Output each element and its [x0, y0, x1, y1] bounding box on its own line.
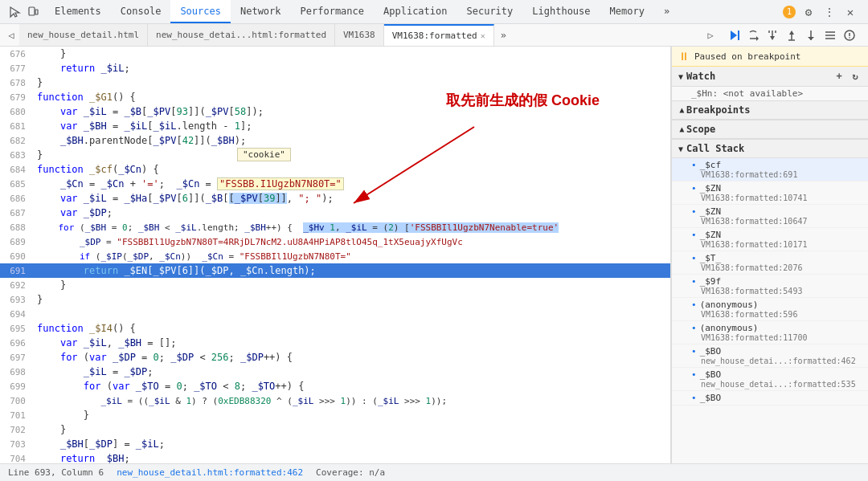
tab-elements[interactable]: Elements [45, 0, 111, 23]
watch-actions: + ↻ [833, 70, 862, 83]
topbar-right: 1 ⚙ ⋮ ✕ [776, 4, 865, 20]
breakpoints-header[interactable]: ▶ Breakpoints [672, 101, 868, 120]
svg-marker-11 [789, 31, 794, 35]
table-row: 677 return _$iL; [0, 61, 670, 75]
call-stack-item[interactable]: _$BO new_house_detai...:formatted:535 [672, 368, 868, 391]
table-row: 676 } [0, 47, 670, 61]
call-stack-item[interactable]: _$cf VM1638:formatted:691 [672, 158, 868, 181]
callstack-chevron: ▼ [678, 145, 683, 153]
scope-chevron: ▶ [677, 127, 686, 132]
svg-marker-5 [756, 36, 759, 41]
call-stack-items: _$cf VM1638:formatted:691 _$ZN VM1638:fo… [672, 158, 868, 463]
close-icon[interactable]: ✕ [842, 4, 858, 20]
tab-performance[interactable]: Performance [291, 0, 374, 23]
call-stack-item[interactable]: (anonymous) VM1638:formatted:11700 [672, 321, 868, 344]
table-row: 694 [0, 307, 670, 321]
call-stack-item[interactable]: _$ZN VM1638:formatted:10647 [672, 205, 868, 228]
step-out-btn[interactable] [783, 26, 800, 44]
main-area: 676 } 677 return _$iL; 678 } 679 functio… [0, 47, 868, 463]
table-row: 695 function _$I4() { [0, 321, 670, 336]
watch-add-btn[interactable]: + [833, 70, 845, 83]
scope-header[interactable]: ▶ Scope [672, 120, 868, 139]
call-stack-section: ▼ Call Stack _$cf VM1638:formatted:691 _… [672, 140, 868, 463]
svg-rect-0 [29, 7, 35, 15]
call-stack-item[interactable]: _$ZN VM1638:formatted:10171 [672, 228, 868, 251]
file-tabs: new_house_detail.html new_house_detai...… [19, 24, 699, 46]
file-tab-new-house-detail[interactable]: new_house_detail.html [19, 24, 148, 46]
tab-security[interactable]: Security [457, 0, 523, 23]
table-row: 678 } [0, 75, 670, 90]
paused-text: Paused on breakpoint [694, 51, 800, 62]
watch-refresh-btn[interactable]: ↻ [849, 70, 862, 83]
inspect-icon[interactable] [8, 5, 23, 19]
pause-icon: ⏸ [678, 50, 690, 63]
file-tab-new-house-formatted[interactable]: new_house_detai...html:formatted [148, 24, 335, 46]
table-row: 701 } [0, 408, 670, 422]
code-lines: 676 } 677 return _$iL; 678 } 679 functio… [0, 47, 670, 463]
table-row: 682 _$BH.parentNode[_$PV[42]](_$BH); [0, 133, 670, 148]
breakpoints-toggle-btn[interactable] [821, 26, 839, 44]
table-row: 696 var _$iL, _$BH = []; [0, 336, 670, 350]
code-panel: 676 } 677 return _$iL; 678 } 679 functio… [0, 47, 671, 463]
back-icon[interactable]: ◁ [3, 27, 19, 43]
call-stack-item[interactable]: _$BO [672, 391, 868, 406]
tab-sources[interactable]: Sources [170, 0, 231, 23]
table-row: 685 _$Cn = _$Cn + '='; _$Cn = "FSSBB.I1U… [0, 177, 670, 191]
svg-point-20 [849, 37, 850, 39]
scope-label: Scope [686, 124, 715, 135]
step-over-btn[interactable] [744, 26, 762, 44]
table-row: 703 _$BH[_$DP] = _$iL; [0, 437, 670, 451]
coverage-text: Coverage: n/a [316, 467, 385, 478]
table-row: 679 function _$G1() { [0, 90, 670, 104]
tab-lighthouse[interactable]: Lighthouse [522, 0, 600, 23]
file-tab-more[interactable]: » [494, 30, 513, 41]
settings-icon[interactable]: ⚙ [800, 4, 817, 20]
table-row: 688 for (_$BH = 0; _$BH < _$iL.length; _… [0, 220, 670, 234]
tab-memory[interactable]: Memory [600, 0, 654, 23]
call-stack-item[interactable]: (anonymous) VM1638:formatted:596 [672, 298, 868, 321]
table-row: 704 return _$BH; [0, 451, 670, 463]
table-row: 687 var _$DP; [0, 206, 670, 220]
resume-btn[interactable] [725, 26, 743, 44]
call-stack-item[interactable]: _$T_ VM1638:formatted:2076 [672, 251, 868, 275]
scope-section: ▶ Scope [672, 120, 868, 140]
file-tab-right-icons: ▷ [699, 26, 865, 44]
call-stack-header[interactable]: ▼ Call Stack [672, 140, 868, 158]
watch-chevron: ▼ [678, 72, 683, 81]
svg-marker-14 [808, 37, 814, 40]
paused-banner: ⏸ Paused on breakpoint [672, 47, 868, 67]
watch-label: Watch [686, 71, 715, 82]
close-tab-btn[interactable]: ✕ [481, 31, 485, 40]
call-stack-item[interactable]: _$ZN VM1638:formatted:10741 [672, 181, 868, 205]
file-tab-vm1638[interactable]: VM1638 [335, 24, 384, 46]
table-row: 690 if (_$IP(_$DP, _$Cn)) _$Cn = "FSSBBI… [0, 249, 670, 263]
call-stack-item[interactable]: _$BO new_house_detai...:formatted:462 [672, 344, 868, 368]
right-panel: ⏸ Paused on breakpoint ▼ Watch + ↻ _$Hn:… [671, 47, 868, 463]
coverage-link[interactable]: new_house_detail.html:formatted:462 [117, 467, 303, 478]
status-position: Line 693, Column 6 [8, 467, 104, 478]
call-stack-label: Call Stack [686, 143, 744, 154]
forward-icon[interactable]: ▷ [702, 27, 719, 43]
tab-console[interactable]: Console [111, 0, 171, 23]
breakpoints-label: Breakpoints [686, 104, 750, 116]
device-icon[interactable] [26, 5, 40, 19]
tab-application[interactable]: Application [374, 0, 457, 23]
top-tab-bar: Elements Console Sources Network Perform… [0, 0, 868, 24]
table-row: 697 for (var _$DP = 0; _$DP < 256; _$DP+… [0, 350, 670, 365]
table-row: 692 } [0, 278, 670, 292]
step-into-btn[interactable] [764, 26, 781, 44]
watch-header[interactable]: ▼ Watch + ↻ [672, 67, 868, 87]
devtools-icons [3, 5, 45, 19]
breakpoints-chevron: ▶ [677, 108, 686, 112]
tab-network[interactable]: Network [231, 0, 291, 23]
call-stack-item[interactable]: _$9f VM1638:formatted:5493 [672, 275, 868, 298]
top-tabs: Elements Console Sources Network Perform… [45, 0, 776, 23]
file-tab-vm1638-formatted[interactable]: VM1638:formatted ✕ [384, 24, 494, 46]
pause-exceptions-btn[interactable] [841, 26, 858, 44]
step-btn[interactable] [802, 26, 820, 44]
table-row: 693 } [0, 292, 670, 307]
more-icon[interactable]: ⋮ [821, 4, 837, 20]
watch-section: ▼ Watch + ↻ _$Hn: <not available> [672, 67, 868, 101]
notification-badge: 1 [783, 6, 796, 18]
tab-more[interactable]: » [654, 0, 679, 23]
